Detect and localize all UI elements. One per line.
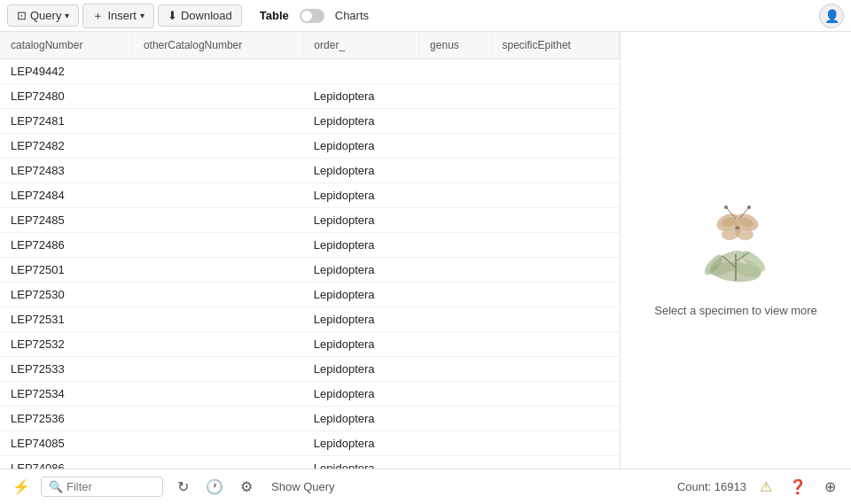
insert-label: Insert xyxy=(107,9,137,22)
cell-specificEpithet xyxy=(491,357,619,382)
show-query-button[interactable]: Show Query xyxy=(266,478,340,495)
cell-catalogNumber: LEP72532 xyxy=(0,332,132,357)
toggle-knob xyxy=(301,11,312,21)
warning-icon-btn[interactable]: ⚠ xyxy=(753,475,778,500)
cell-catalogNumber: LEP72501 xyxy=(0,258,132,283)
extra-icon-btn[interactable]: ⊕ xyxy=(817,475,842,500)
help-icon: ❓ xyxy=(789,478,807,495)
charts-tab[interactable]: Charts xyxy=(328,5,376,26)
table-row[interactable]: LEP72531Lepidoptera xyxy=(0,307,620,332)
table-row[interactable]: LEP72534Lepidoptera xyxy=(0,382,620,407)
table-row[interactable]: LEP72484Lepidoptera xyxy=(0,183,620,208)
help-icon-btn[interactable]: ❓ xyxy=(785,475,810,500)
count-label: Count: 16913 xyxy=(677,480,746,493)
download-label: Download xyxy=(181,9,232,22)
cell-genus xyxy=(419,283,491,307)
table-tab[interactable]: Table xyxy=(253,5,296,26)
table-row[interactable]: LEP72501Lepidoptera xyxy=(0,258,620,283)
table-row[interactable]: LEP72485Lepidoptera xyxy=(0,208,620,233)
cell-catalogNumber: LEP49442 xyxy=(0,59,132,84)
cell-catalogNumber: LEP72536 xyxy=(0,407,132,431)
cell-otherCatalogNumber xyxy=(132,159,302,183)
cell-order_: Lepidoptera xyxy=(303,233,419,258)
cell-otherCatalogNumber xyxy=(132,109,302,134)
cell-specificEpithet xyxy=(491,159,619,183)
cell-catalogNumber: LEP72531 xyxy=(0,307,132,332)
cell-order_: Lepidoptera xyxy=(303,357,419,382)
table-row[interactable]: LEP72483Lepidoptera xyxy=(0,159,620,183)
query-icon: ⊡ xyxy=(17,9,27,22)
table-row[interactable]: LEP74086Lepidoptera xyxy=(0,456,620,469)
insert-button[interactable]: ＋ Insert ▾ xyxy=(82,4,154,28)
cell-otherCatalogNumber xyxy=(132,59,302,84)
table-area: catalogNumber otherCatalogNumber order_ … xyxy=(0,32,621,469)
search-wrap: 🔍 xyxy=(41,477,163,497)
cell-otherCatalogNumber xyxy=(132,431,302,456)
settings-icon: ⚙ xyxy=(240,478,253,495)
cell-catalogNumber: LEP72486 xyxy=(0,233,132,258)
toolbar: ⊡ Query ▾ ＋ Insert ▾ ⬇ Download Table Ch… xyxy=(0,0,851,32)
cell-catalogNumber: LEP72481 xyxy=(0,109,132,134)
cell-specificEpithet xyxy=(491,407,619,431)
table-row[interactable]: LEP72536Lepidoptera xyxy=(0,407,620,431)
cell-specificEpithet xyxy=(491,258,619,283)
detail-prompt-text: Select a specimen to view more xyxy=(654,304,817,317)
cell-specificEpithet xyxy=(491,332,619,357)
clock-icon-btn[interactable]: 🕐 xyxy=(202,475,227,500)
cell-order_: Lepidoptera xyxy=(303,332,419,357)
cell-genus xyxy=(419,183,491,208)
table-row[interactable]: LEP49442 xyxy=(0,59,620,84)
svg-point-18 xyxy=(747,205,751,209)
cell-catalogNumber: LEP72485 xyxy=(0,208,132,233)
cell-order_ xyxy=(303,59,419,84)
cell-otherCatalogNumber xyxy=(132,307,302,332)
cell-specificEpithet xyxy=(491,183,619,208)
refresh-icon-btn[interactable]: ↻ xyxy=(170,475,195,500)
download-button[interactable]: ⬇ Download xyxy=(158,4,242,27)
cell-otherCatalogNumber xyxy=(132,258,302,283)
cell-otherCatalogNumber xyxy=(132,407,302,431)
detail-panel: Select a specimen to view more xyxy=(621,32,851,469)
cell-otherCatalogNumber xyxy=(132,84,302,109)
cell-order_: Lepidoptera xyxy=(303,208,419,233)
view-toggle-switch[interactable] xyxy=(300,9,324,23)
cell-otherCatalogNumber xyxy=(132,183,302,208)
cell-genus xyxy=(419,307,491,332)
cell-otherCatalogNumber xyxy=(132,332,302,357)
query-button[interactable]: ⊡ Query ▾ xyxy=(7,4,79,27)
bottom-bar: ⚡ 🔍 ↻ 🕐 ⚙ Show Query Count: 16913 ⚠ ❓ ⊕ xyxy=(0,469,851,504)
table-row[interactable]: LEP72532Lepidoptera xyxy=(0,332,620,357)
filter-icon-btn[interactable]: ⚡ xyxy=(9,475,34,500)
col-order: order_ xyxy=(303,32,419,59)
cell-order_: Lepidoptera xyxy=(303,134,419,159)
settings-icon-btn[interactable]: ⚙ xyxy=(234,475,259,500)
cell-order_: Lepidoptera xyxy=(303,258,419,283)
cell-catalogNumber: LEP72533 xyxy=(0,357,132,382)
cell-specificEpithet xyxy=(491,233,619,258)
table-row[interactable]: LEP72481Lepidoptera xyxy=(0,109,620,134)
table-row[interactable]: LEP72480Lepidoptera xyxy=(0,84,620,109)
user-avatar[interactable]: 👤 xyxy=(819,4,844,28)
cell-specificEpithet xyxy=(491,307,619,332)
cell-catalogNumber: LEP74086 xyxy=(0,456,132,469)
table-row[interactable]: LEP72530Lepidoptera xyxy=(0,283,620,307)
search-input[interactable] xyxy=(66,480,155,493)
cell-genus xyxy=(419,357,491,382)
extra-icon: ⊕ xyxy=(824,478,836,495)
view-toggle: Table Charts xyxy=(253,5,376,26)
main-layout: catalogNumber otherCatalogNumber order_ … xyxy=(0,32,851,469)
table-row[interactable]: LEP72482Lepidoptera xyxy=(0,134,620,159)
table-row[interactable]: LEP72533Lepidoptera xyxy=(0,357,620,382)
cell-specificEpithet xyxy=(491,59,619,84)
table-row[interactable]: LEP74085Lepidoptera xyxy=(0,431,620,456)
cell-order_: Lepidoptera xyxy=(303,84,419,109)
col-otherCatalogNumber: otherCatalogNumber xyxy=(132,32,302,59)
cell-otherCatalogNumber xyxy=(132,208,302,233)
cell-genus xyxy=(419,456,491,469)
user-icon: 👤 xyxy=(824,9,839,23)
search-icon: 🔍 xyxy=(49,480,63,493)
cell-specificEpithet xyxy=(491,382,619,407)
cell-catalogNumber: LEP72480 xyxy=(0,84,132,109)
cell-specificEpithet xyxy=(491,456,619,469)
table-row[interactable]: LEP72486Lepidoptera xyxy=(0,233,620,258)
